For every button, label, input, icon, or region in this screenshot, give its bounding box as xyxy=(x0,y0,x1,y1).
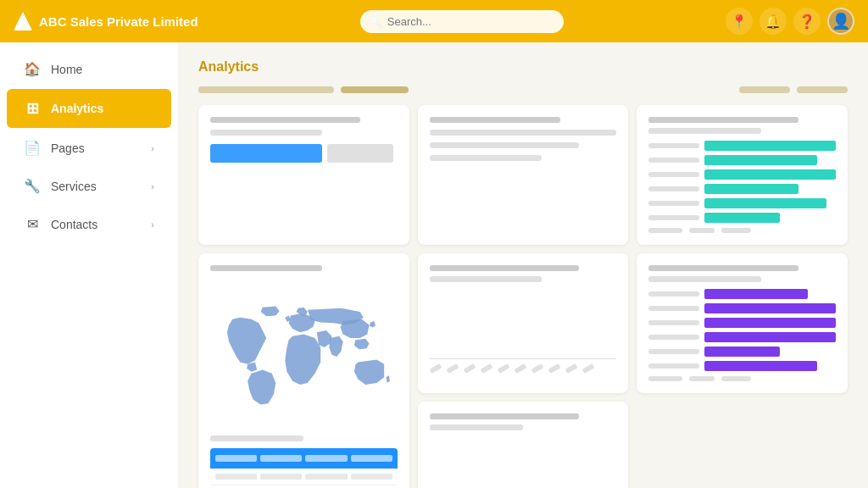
card-header xyxy=(648,117,836,134)
chart-title xyxy=(430,413,580,419)
hbar-row-1 xyxy=(648,289,836,299)
chevron-right-icon: › xyxy=(151,181,154,191)
world-map xyxy=(210,278,398,435)
axis-label xyxy=(480,363,492,374)
hbar-label xyxy=(648,363,699,369)
axis-label xyxy=(514,363,526,374)
card-subtitle-line xyxy=(210,130,322,136)
axis-label xyxy=(581,363,594,374)
hbar-row-5 xyxy=(648,347,836,357)
pages-icon: 📄 xyxy=(24,140,41,156)
home-icon: 🏠 xyxy=(24,61,41,77)
sidebar-item-contacts[interactable]: ✉ Contacts › xyxy=(7,206,171,242)
card-hbar-teal xyxy=(637,105,848,245)
sidebar-label-analytics: Analytics xyxy=(51,102,154,115)
td-2 xyxy=(260,474,302,480)
search-input[interactable] xyxy=(360,10,564,33)
hbar-row-2 xyxy=(648,155,836,165)
hbar-teal-chart xyxy=(648,141,836,223)
td-4 xyxy=(351,474,392,480)
axis-label xyxy=(565,363,577,374)
legend-3 xyxy=(721,228,751,233)
sidebar-label-contacts: Contacts xyxy=(51,218,141,231)
hbar-label xyxy=(648,349,699,354)
chart-legend xyxy=(648,228,836,233)
hbar-row-5 xyxy=(648,198,836,208)
sidebar-label-services: Services xyxy=(51,180,141,193)
td-1 xyxy=(215,474,257,480)
header-icons: 📍 🔔 ❓ 👤 xyxy=(726,8,854,35)
contacts-icon: ✉ xyxy=(24,216,41,232)
hbar-label xyxy=(648,320,699,325)
card-title-line xyxy=(210,117,360,123)
hbar-label xyxy=(648,172,699,177)
page-title: Analytics xyxy=(198,59,848,75)
help-icon[interactable]: ❓ xyxy=(793,8,821,35)
filter-line-2 xyxy=(341,86,409,93)
chart-base-line xyxy=(430,358,617,359)
legend-1 xyxy=(648,228,682,233)
hbar-row-3 xyxy=(648,169,836,180)
hbar-value xyxy=(704,332,835,342)
form-btn-2[interactable] xyxy=(327,144,392,163)
chevron-right-icon: › xyxy=(151,219,154,230)
sidebar-item-home[interactable]: 🏠 Home xyxy=(7,51,171,87)
dashboard-grid xyxy=(198,105,848,488)
hbar-value xyxy=(704,213,779,223)
axis-label xyxy=(548,363,560,374)
hbar-label xyxy=(648,158,699,163)
location-icon[interactable]: 📍 xyxy=(726,8,753,35)
hbar-value xyxy=(704,303,836,313)
filter-bar xyxy=(198,86,848,93)
form-btn-1[interactable] xyxy=(210,144,322,163)
th-2 xyxy=(260,455,302,462)
chart-title xyxy=(648,265,798,271)
axis-label xyxy=(463,363,476,374)
body: 🏠 Home ⊞ Analytics 📄 Pages › 🔧 Services … xyxy=(0,42,868,488)
hbar-row-6 xyxy=(648,213,836,223)
legend-2 xyxy=(689,376,715,381)
hbar-value xyxy=(704,318,836,328)
analytics-icon: ⊞ xyxy=(24,99,41,118)
table-card xyxy=(210,435,398,488)
card-form xyxy=(198,105,409,245)
chevron-right-icon: › xyxy=(151,143,154,153)
chart-sub xyxy=(648,128,760,134)
avatar[interactable]: 👤 xyxy=(827,8,854,35)
chart-title xyxy=(648,117,798,123)
hbar-label xyxy=(648,306,699,311)
hbar-label xyxy=(648,201,699,206)
filter-line-1 xyxy=(198,86,334,93)
app-header: ABC Sales Private Limited 🔍 📍 🔔 ❓ 👤 xyxy=(0,0,868,42)
hbar-value xyxy=(704,169,836,180)
vbar-pink-chart xyxy=(430,437,617,488)
hbar-row-4 xyxy=(648,184,836,194)
table-title xyxy=(210,435,303,441)
services-icon: 🔧 xyxy=(24,178,41,194)
th-1 xyxy=(215,455,257,462)
hbar-value xyxy=(704,141,836,151)
logo: ABC Sales Private Limited xyxy=(14,12,198,30)
hbar-value xyxy=(704,361,816,371)
map-title-line xyxy=(210,265,322,271)
bell-icon[interactable]: 🔔 xyxy=(760,8,787,35)
axis-label xyxy=(446,363,459,374)
card-header xyxy=(430,265,617,282)
chart-sub xyxy=(430,276,542,282)
vbar-orange-chart xyxy=(430,289,617,357)
hbar-purple-chart xyxy=(648,289,836,371)
table-row xyxy=(210,469,398,485)
legend-1 xyxy=(648,376,682,381)
sidebar-item-analytics[interactable]: ⊞ Analytics xyxy=(7,89,171,128)
th-4 xyxy=(351,455,392,462)
sidebar-item-pages[interactable]: 📄 Pages › xyxy=(7,130,171,166)
sidebar-item-services[interactable]: 🔧 Services › xyxy=(7,168,171,204)
hbar-value xyxy=(704,198,826,208)
card-hbar-purple xyxy=(637,253,848,393)
hbar-row-1 xyxy=(648,141,836,151)
filter-line-4 xyxy=(797,86,848,93)
sidebar-label-home: Home xyxy=(51,63,154,76)
hbar-label xyxy=(648,143,699,148)
hbar-value xyxy=(704,347,779,357)
chart-sub xyxy=(430,424,523,430)
